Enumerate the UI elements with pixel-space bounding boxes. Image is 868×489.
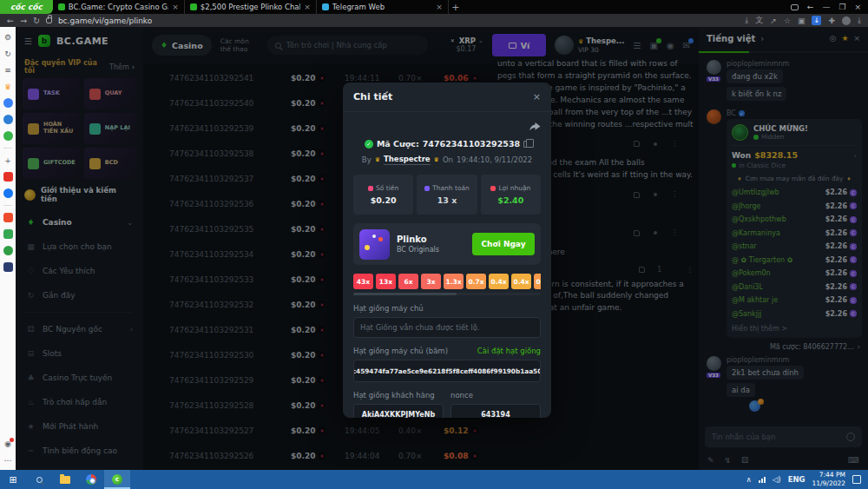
copy-icon[interactable]	[523, 141, 529, 148]
vip-tile[interactable]: BCD	[84, 148, 136, 179]
taskbar-search-icon[interactable]	[26, 470, 52, 489]
tab-close-icon[interactable]: ×	[436, 3, 443, 11]
sidebar-item[interactable]: ~ Tính biến động cao	[16, 439, 143, 463]
vip-tile[interactable]: HOÀN TIỀN XẤU	[23, 113, 81, 144]
volume-icon[interactable]: ◁)	[773, 475, 781, 484]
chat-input[interactable]	[712, 433, 846, 441]
tab-casino[interactable]: ♦ Casino	[152, 35, 212, 56]
notifications-bell-icon[interactable]: ◉	[4, 439, 11, 448]
save-page-icon[interactable]: ⤓	[745, 16, 748, 25]
user-profile[interactable]: ♛ Thespe... VIP 30	[555, 36, 624, 55]
dislike-icon[interactable]	[654, 142, 657, 146]
plant-app-icon[interactable]	[3, 246, 13, 255]
shopping-app-icon[interactable]	[3, 213, 13, 222]
browser-tab[interactable]: BC.Game: Crypto Casino Gan ×	[53, 0, 185, 14]
shield-icon[interactable]: ▣	[798, 17, 806, 25]
wallet-button[interactable]: Ví	[492, 34, 546, 56]
quests-icon[interactable]: ☰	[633, 41, 641, 50]
rain-winner-row[interactable]: @Umtlizgjlwb $2.26 C	[732, 186, 857, 200]
gift-icon[interactable]: ▣	[649, 41, 657, 50]
settings-gear-icon[interactable]: ⚙	[3, 32, 13, 42]
window-minimize-button[interactable]: —	[822, 3, 830, 11]
profile-avatar-icon[interactable]	[842, 17, 851, 25]
chat-username[interactable]: pioplopleminmnm	[727, 60, 862, 68]
send-icon[interactable]	[846, 433, 855, 441]
forward-icon[interactable]: →	[20, 16, 27, 25]
back-icon[interactable]: ←	[7, 16, 14, 25]
rain-winner-row[interactable]: @Sankjjj $2.26 C	[732, 307, 857, 321]
chat-toggle-icon[interactable]: ✉	[683, 41, 690, 50]
bet-row[interactable]: 74762341103292526 $0.20✕ 19:44:04 0.70× …	[169, 443, 473, 468]
tab-panel-icon[interactable]	[791, 4, 799, 10]
tab-close-icon[interactable]: ×	[304, 3, 311, 11]
window-maximize-button[interactable]: ❐	[838, 3, 845, 11]
taskbar-clock[interactable]: 7:44 PM 11/9/2022	[812, 471, 845, 488]
bcgame-logo-text[interactable]: BC.GAME	[56, 36, 108, 47]
sidebar-item[interactable]: ↻ Gần đây	[16, 283, 143, 307]
dice-icon[interactable]: ⚄	[741, 456, 748, 465]
crown-icon[interactable]: ♛	[3, 82, 13, 91]
rain-winner-row[interactable]: @Dani3L $2.26 C	[732, 281, 857, 294]
tray-expand-icon[interactable]: ∧	[746, 475, 752, 484]
rain-winner-row[interactable]: @stnar $2.26 C	[732, 240, 857, 254]
chevron-right-icon[interactable]: ›	[760, 34, 764, 43]
sticker-icon[interactable]: ✎	[707, 456, 714, 465]
chat-avatar[interactable]	[707, 60, 721, 75]
chat-input-box[interactable]	[705, 426, 862, 447]
plinko-game-icon[interactable]	[359, 229, 390, 260]
browser-tab[interactable]: $2,500 Prestige Plinko Challe ×	[185, 0, 317, 14]
rain-winner-row[interactable]: @Karmaninya $2.26 C	[732, 227, 857, 241]
seed-settings-link[interactable]: Cài đặt hạt giống	[477, 347, 541, 355]
language-indicator[interactable]: ENG	[788, 475, 806, 484]
close-icon[interactable]: ×	[533, 91, 541, 102]
game-search-box[interactable]: Tên trò chơi | Nhà cung cấp	[267, 36, 428, 55]
browser-tab[interactable]: Telegram Web ×	[317, 0, 449, 14]
kebab-menu-icon[interactable]: ⋮	[671, 189, 678, 200]
rain-winner-row[interactable]: @ ✿ Tiergarten ✿ $2.26 C	[732, 254, 857, 268]
hv-app-icon[interactable]	[3, 262, 13, 272]
share-page-icon[interactable]: ↗	[770, 17, 777, 25]
like-icon[interactable]	[634, 192, 640, 198]
chrome-icon[interactable]	[78, 470, 104, 489]
sidebar-item[interactable]: ♣ Casino Trực tuyến	[16, 366, 143, 390]
chevron-right-icon[interactable]: ›	[854, 151, 857, 160]
referral-link[interactable]: Giới thiệu và kiếm tiền	[24, 186, 135, 203]
youtube-icon[interactable]	[3, 172, 13, 182]
rain-winner-row[interactable]: @Qxskhpothwb $2.26 C	[732, 213, 857, 227]
more-icon[interactable]: ⋯	[3, 455, 13, 465]
kebab-menu-icon[interactable]: ⋮	[687, 264, 694, 275]
sidebar-item[interactable]: ♡ Các Yêu thích	[16, 259, 143, 283]
tab-back-icon[interactable]: ←	[807, 3, 814, 11]
reload-icon[interactable]: ↻	[33, 16, 40, 25]
keyboard-icon[interactable]: ⌨	[848, 456, 859, 465]
tab-close-icon[interactable]: ×	[172, 3, 179, 11]
play-now-button[interactable]: Chơi Ngay	[472, 233, 535, 255]
rain-winner-row[interactable]: @Pokem0n $2.26 C	[732, 267, 857, 281]
server-seed-hash-field[interactable]: e7c459474fa77ae5ce9e6218f5f8ceff4086f991…	[353, 360, 541, 382]
history-icon[interactable]: ↻	[3, 49, 13, 58]
translate-icon[interactable]: 文	[755, 15, 763, 26]
bc-username[interactable]: BC	[727, 109, 736, 117]
like-icon[interactable]	[634, 230, 640, 236]
dislike-icon[interactable]	[654, 193, 657, 196]
congrats-card[interactable]: CHÚC MỪNG! Hidden Won $8328.15 › in Clas…	[727, 119, 862, 338]
add-shortcut-icon[interactable]: +	[3, 155, 13, 165]
sidebar-item-bc-originals[interactable]: ⚃ BC Nguyên gốc ›	[16, 317, 143, 341]
action-center-icon[interactable]	[852, 475, 861, 484]
chat-avatar[interactable]	[707, 356, 721, 371]
kebab-menu-icon[interactable]: ⋮	[671, 228, 678, 238]
vip-tile[interactable]: TASK	[23, 78, 81, 109]
bell-icon[interactable]: ◉	[667, 41, 674, 50]
bet-row[interactable]: 74762341103292527 $0.20✕ 19:44:05 0.40× …	[169, 418, 473, 443]
sidebar-item[interactable]: ⊟ Slots	[16, 341, 143, 366]
bookmark-star-icon[interactable]: ☆	[784, 17, 791, 25]
trophy-icon[interactable]: ★	[841, 34, 848, 43]
url-text[interactable]: bc.game/vi/game/plinko	[58, 17, 152, 25]
sidebar-item[interactable]: ▦ Lựa chọn cho bạn	[16, 235, 143, 259]
vip-tile[interactable]: NẠP LẠI	[84, 113, 136, 144]
multiplier-scrollbar[interactable]	[353, 293, 541, 295]
vip-tile[interactable]: GIFTCODE	[23, 148, 81, 179]
tab-sports[interactable]: Các môn thể thao	[220, 37, 259, 53]
window-close-button[interactable]: ×	[854, 3, 861, 11]
facebook-icon[interactable]	[3, 188, 13, 198]
